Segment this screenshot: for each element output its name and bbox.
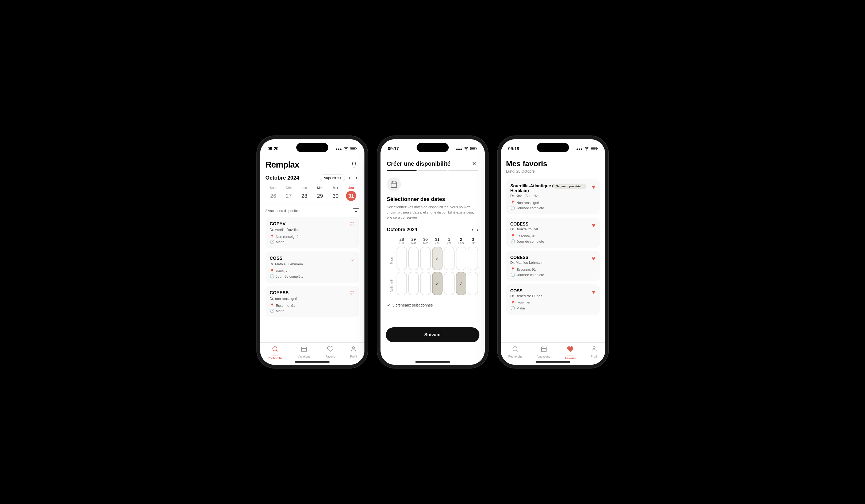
fav-doctor-3: Dr. Mathieu Lehmann: [510, 260, 596, 265]
vacations-nav-icon-3: [541, 346, 547, 354]
prev-month-arrow[interactable]: ‹: [347, 174, 352, 182]
location-icon-3: 📍: [270, 303, 274, 308]
nav-label-profil-1: Profil: [350, 355, 357, 358]
fav-card-2[interactable]: COBESS Dr. Boukra Youcef ♥ 📍 Essonne, 91…: [506, 218, 600, 248]
nav-recherche-1[interactable]: Recherche: [268, 346, 282, 360]
battery-icon-1: [350, 147, 357, 151]
card-doctor-2: Dr. Mathieu Lehmann: [270, 262, 355, 266]
cal-prev-arrow[interactable]: ‹: [471, 227, 473, 233]
day-num-31[interactable]: 31: [346, 191, 356, 201]
favoris-header: Mes favoris Lundi 28 Octobre: [506, 154, 600, 179]
apresmidi-row: ✓ ✓: [396, 272, 478, 295]
today-button[interactable]: Aujourd'hui: [320, 175, 345, 181]
fav-heart-3[interactable]: ♥: [592, 255, 595, 262]
slot-matin-31[interactable]: ✓: [432, 247, 442, 270]
nav-underline-1: [272, 355, 278, 355]
fav-title-2: COBESS: [510, 222, 596, 227]
fav-doctor-4: Dr. Bénédicte Dupas: [510, 294, 596, 298]
nav-vacations-3[interactable]: Vacations: [538, 346, 550, 358]
cal-nav: Octobre 2024 ‹ ›: [387, 227, 478, 233]
nav-favoris-3[interactable]: Favoris: [565, 346, 576, 360]
svg-point-29: [593, 347, 595, 349]
slot-matin-29[interactable]: [408, 247, 419, 270]
day-num-27[interactable]: 27: [284, 191, 294, 201]
next-month-arrow[interactable]: ›: [354, 174, 359, 182]
cal-arrows: ‹ ›: [471, 227, 478, 233]
nav-profil-3[interactable]: Profil: [591, 346, 597, 358]
card-title-3: COYESS: [270, 290, 355, 295]
slot-am-31[interactable]: ✓: [432, 272, 442, 295]
progress-indicator: [387, 170, 478, 171]
week-days-row: Sam 26 Dim 27 Lun 28 Mar 29 Mer 30: [266, 186, 359, 201]
card-location-1: 📍 Non renseigné: [270, 234, 355, 239]
suivant-button[interactable]: Suivant: [386, 327, 480, 342]
slot-matin-1[interactable]: [444, 247, 454, 270]
fav-info-3: 📍 Essonne, 91 🕐 Journée complète: [510, 267, 596, 277]
fav-heart-2[interactable]: ♥: [592, 222, 595, 229]
filter-icon[interactable]: [353, 208, 359, 214]
fav-heart-1[interactable]: ♥: [592, 184, 595, 190]
fav-title-4: COSS: [510, 289, 596, 293]
day-name-29: Mar: [317, 186, 323, 190]
check-am-2: ✓: [459, 281, 463, 286]
cal-next-arrow[interactable]: ›: [476, 227, 478, 233]
slot-am-30[interactable]: [420, 272, 430, 295]
time-text-2: Journée complète: [276, 274, 303, 279]
count-label: 3 créneaux sélectionnés: [393, 303, 433, 307]
day-num-28[interactable]: 28: [299, 191, 309, 201]
favorite-button-1[interactable]: ♡: [349, 221, 355, 228]
day-col-31: Jeu 31: [345, 186, 357, 201]
status-icons-2: ●●●: [456, 147, 477, 151]
fav-card-4[interactable]: COSS Dr. Bénédicte Dupas ♥ 📍 Paris, 75 🕐…: [506, 284, 600, 315]
fav-card-1[interactable]: Sourdille-Atlantique (Saint-Herblain) Dr…: [506, 179, 600, 214]
favorite-button-2[interactable]: ♡: [349, 256, 355, 263]
day-num-29[interactable]: 29: [315, 191, 325, 201]
day-col-26: Sam 26: [267, 186, 279, 201]
time-1: 09:20: [268, 146, 279, 151]
battery-icon-3: [591, 147, 598, 151]
fav-location-1: Non renseigné: [517, 201, 539, 205]
day-num-30[interactable]: 30: [331, 191, 341, 201]
day-name-27: Dim: [286, 186, 291, 190]
fav-badge-1: Segment postérieur: [553, 184, 586, 189]
close-button[interactable]: ✕: [470, 160, 478, 168]
cal-month-title: Octobre 2024: [387, 227, 417, 233]
fav-card-3[interactable]: COBESS Dr. Mathieu Lehmann ♥ 📍 Essonne, …: [506, 251, 600, 281]
nav-vacations-1[interactable]: Vacations: [298, 346, 310, 358]
app-header: Remplax: [266, 154, 359, 174]
day-header-30: 30 Mer: [420, 237, 430, 245]
section-title: Sélectionner des dates: [387, 196, 478, 202]
day-header-3: 3 Dim: [468, 237, 478, 245]
svg-rect-14: [471, 148, 475, 149]
vacation-card-3[interactable]: COYESS Dr. non renseigné 📍 Essonne, 91 🕐…: [266, 286, 359, 317]
nav-label-recherche-1: Recherche: [268, 356, 282, 360]
battery-icon-2: [470, 147, 477, 151]
vacation-card-1[interactable]: COPYV Dr. Amélie Duvillier 📍 Non renseig…: [266, 217, 359, 248]
slot-am-1[interactable]: [444, 272, 454, 295]
nav-profil-1[interactable]: Profil: [350, 346, 357, 358]
vacations-nav-icon-1: [301, 346, 307, 354]
slot-matin-2[interactable]: [456, 247, 466, 270]
day-num-26[interactable]: 26: [268, 191, 278, 201]
nav-favoris-1[interactable]: Favoris: [325, 346, 335, 358]
vacation-card-2[interactable]: COSS Dr. Mathieu Lehmann 📍 Paris, 75 🕐 J…: [266, 251, 359, 283]
slot-matin-30[interactable]: [420, 247, 430, 270]
month-controls: Aujourd'hui ‹ ›: [320, 174, 359, 182]
favorite-button-3[interactable]: ♡: [349, 290, 355, 297]
slot-am-28[interactable]: [396, 272, 407, 295]
nav-recherche-3[interactable]: Recherche: [508, 346, 522, 358]
slot-am-3[interactable]: [468, 272, 478, 295]
fav-time-1: Journée complète: [517, 206, 544, 210]
matin-row: ✓: [396, 247, 478, 270]
card-info-3: 📍 Essonne, 91 🕐 Matin: [270, 303, 355, 313]
slot-matin-3[interactable]: [468, 247, 478, 270]
slot-am-29[interactable]: [408, 272, 419, 295]
fav-heart-4[interactable]: ♥: [592, 289, 595, 295]
time-3: 09:18: [508, 146, 519, 151]
bell-button[interactable]: [349, 160, 359, 170]
day-header-28: 28 Lun: [396, 237, 407, 245]
fav-clock-icon-3: 🕐: [510, 272, 515, 277]
slot-am-2[interactable]: ✓: [456, 272, 466, 295]
wifi-icon-1: [344, 147, 348, 151]
slot-matin-28[interactable]: [396, 247, 407, 270]
